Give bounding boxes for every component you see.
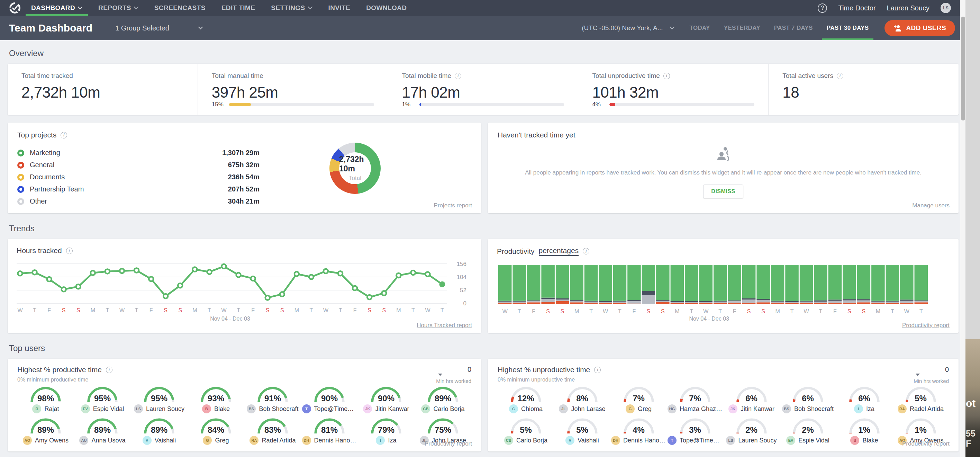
person-add-icon [894, 24, 902, 32]
svg-text:T: T [690, 309, 693, 314]
productive-user: 89%AUAnna Usova [74, 417, 131, 445]
scrollbar-thumb[interactable] [961, 17, 965, 121]
info-icon[interactable]: i [60, 132, 67, 139]
unproductive-user: 3%TTope@Timedoct... [667, 417, 723, 445]
productivity-title-underlined[interactable]: percentages [539, 247, 579, 256]
background-window-strip: ot 55 F [966, 0, 980, 457]
dismiss-button[interactable]: DISMISS [703, 185, 743, 198]
svg-text:M: M [574, 309, 579, 314]
svg-text:S: S [561, 309, 565, 314]
nav-item-dashboard[interactable]: DASHBOARD [31, 0, 82, 16]
projects-donut-chart: 2,732h 10m Total [329, 143, 381, 194]
add-users-button[interactable]: ADD USERS [885, 20, 955, 36]
productive-user: 98%RRajat [17, 385, 74, 413]
svg-text:F: F [532, 309, 535, 314]
nav-item-screencasts[interactable]: SCREENCASTS [154, 0, 205, 16]
min-hours-value: 0 [945, 366, 949, 373]
project-time: 304h 21m [228, 197, 259, 205]
svg-text:F: F [633, 309, 636, 314]
hours-tracked-report-link[interactable]: Hours Tracked report [417, 322, 472, 329]
svg-text:F: F [353, 307, 357, 313]
productivity-pct-card: Productivity percentages i WTFSSMTWTFSSM… [488, 239, 959, 333]
unproductive-user: 7%GGreg [611, 385, 667, 413]
range-tab-yesterday[interactable]: YESTERDAY [724, 16, 760, 40]
user-name: Hamza Ghaznavi [679, 405, 722, 413]
timezone-selector[interactable]: (UTC -05:00) New York, A... [582, 24, 674, 32]
productivity-report-link[interactable]: Productivity report [425, 440, 472, 447]
projects-report-link[interactable]: Projects report [434, 202, 472, 209]
user-identity: BBlake [202, 404, 230, 413]
user-identity: EVEspie Vidal [786, 436, 829, 445]
range-tab-past-7-days[interactable]: PAST 7 DAYS [774, 16, 813, 40]
overview-progress: 4% [592, 101, 754, 108]
info-icon[interactable]: i [663, 73, 670, 79]
min-hours-dropdown[interactable]: 0 [913, 366, 949, 376]
info-icon[interactable]: i [106, 367, 113, 373]
toolbar-right: (UTC -05:00) New York, A... TODAYYESTERD… [582, 16, 955, 40]
progress-fill [609, 103, 615, 106]
user-gauge: 75% [426, 417, 460, 435]
overview-stat-label-text: Total active users [783, 72, 833, 80]
overview-stat-label-text: Total manual time [212, 72, 263, 80]
info-icon[interactable]: i [66, 248, 73, 254]
info-icon[interactable]: i [594, 367, 601, 373]
user-gauge: 90% [369, 385, 403, 403]
help-icon[interactable]: ? [818, 3, 827, 13]
user-name: Lauren Soucy [146, 405, 185, 413]
info-icon[interactable]: i [583, 248, 589, 255]
group-selector[interactable]: 1 Group Selected [115, 24, 203, 32]
nav-item-reports[interactable]: REPORTS [98, 0, 138, 16]
chevron-down-icon [198, 27, 203, 29]
overview-progress: 15% [212, 101, 374, 108]
user-name: Blake [214, 405, 230, 413]
avatar: AO [23, 436, 32, 445]
user-name: Tope@Timedoct... [679, 437, 722, 444]
avatar: BS [247, 404, 256, 413]
user-identity: DHDennis Hanopol [611, 436, 666, 445]
avatar: T [302, 404, 311, 413]
unproductive-user: 6%BSBob Shoecraft [780, 385, 836, 413]
unproductive-users-card: Highest % unproductive time i 0% minimum… [488, 359, 959, 451]
user-percentage: 7% [679, 393, 712, 403]
svg-text:S: S [848, 309, 851, 314]
manage-users-link[interactable]: Manage users [912, 202, 950, 209]
user-gauge: 3% [679, 417, 712, 435]
min-unproductive-filter-link[interactable]: 0% minimum unproductive time [498, 377, 575, 383]
overview-stat: Total time tracked2,732h 10m [8, 64, 197, 115]
nav-item-download[interactable]: DOWNLOAD [366, 0, 407, 16]
project-time: 1,307h 29m [222, 149, 259, 157]
svg-text:W: W [503, 309, 508, 314]
info-icon[interactable]: i [455, 73, 461, 79]
user-identity: BBlake [850, 436, 878, 445]
nav-item-invite[interactable]: INVITE [328, 0, 350, 16]
productivity-report-link[interactable]: Productivity report [902, 440, 950, 447]
min-hours-label: Min hrs worked [913, 378, 949, 384]
avatar: RA [898, 404, 907, 413]
project-name: General [30, 161, 54, 169]
nav-item-settings[interactable]: SETTINGS [271, 0, 312, 16]
productive-title-text: Highest % productive time [17, 366, 102, 374]
unproductive-user: 6%IIza [836, 385, 892, 413]
user-name: Bob Shoecraft [794, 405, 834, 413]
productive-user: 90%TTope@Timedoct... [301, 385, 358, 413]
svg-text:M: M [396, 307, 401, 313]
user-menu[interactable]: Lauren Soucy [887, 4, 929, 12]
svg-text:M: M [675, 309, 679, 314]
time-doctor-logo-icon[interactable] [9, 2, 21, 14]
user-gauge: 4% [622, 417, 655, 435]
min-productive-filter-link[interactable]: 0% minimum productive time [17, 377, 88, 383]
range-tab-past-30-days[interactable]: PAST 30 DAYS [827, 16, 869, 40]
productivity-report-link[interactable]: Productivity report [902, 322, 950, 329]
user-gauge: 91% [256, 385, 289, 403]
user-avatar[interactable]: LS [940, 3, 951, 13]
svg-text:T: T [441, 307, 444, 313]
project-color-icon [17, 150, 24, 156]
user-gauge: 8% [566, 385, 599, 403]
min-hours-dropdown[interactable]: 0 [436, 366, 471, 376]
user-identity: BSBob Shoecraft [247, 404, 298, 413]
info-icon[interactable]: i [837, 73, 843, 79]
user-percentage: 8% [566, 393, 599, 403]
range-tab-today[interactable]: TODAY [690, 16, 710, 40]
user-identity: HGHamza Ghaznavi [668, 404, 722, 413]
nav-item-edit-time[interactable]: EDIT TIME [221, 0, 255, 16]
